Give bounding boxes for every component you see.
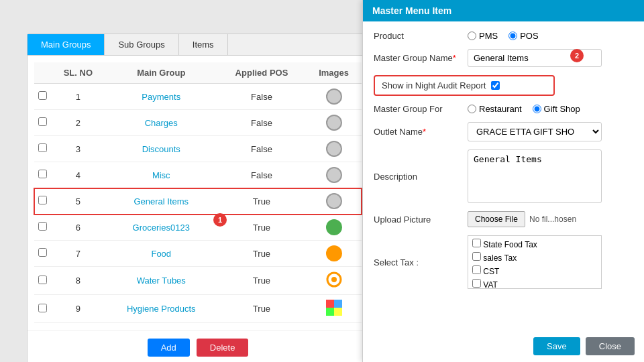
row-name[interactable]: Misc: [105, 162, 217, 188]
master-group-name-row: Master Group Name*: [374, 49, 633, 67]
row-checkbox[interactable]: [38, 196, 47, 204]
row-checkbox[interactable]: [38, 304, 47, 312]
table-row[interactable]: 1 Payments False: [34, 84, 362, 110]
description-textarea[interactable]: General Items: [468, 149, 602, 203]
col-main-group: Main Group: [105, 62, 217, 84]
row-checkbox[interactable]: [38, 117, 47, 126]
row-checkbox[interactable]: [38, 91, 47, 100]
row-image: [326, 88, 342, 105]
row-name[interactable]: Food: [105, 241, 217, 267]
main-groups-table: SL. NO Main Group Applied POS Images 1 P…: [34, 62, 362, 323]
svg-rect-2: [326, 300, 334, 308]
row-image: [326, 245, 342, 261]
col-sl-no: SL. NO: [51, 62, 105, 84]
description-label: Description: [374, 172, 468, 182]
select-tax-row: Select Tax : State Food Tax sales Tax CS…: [374, 235, 633, 289]
outlet-name-label: Outlet Name*: [374, 127, 468, 137]
row-name[interactable]: Charges: [105, 110, 217, 136]
upload-picture-row: Upload Picture Choose File No fil...hose…: [374, 211, 633, 227]
row-image: [326, 272, 342, 288]
master-group-name-label: Master Group Name*: [374, 53, 468, 63]
tax-option-vat[interactable]: VAT: [472, 279, 597, 289]
pos-radio[interactable]: [508, 32, 517, 40]
gift-shop-radio-label[interactable]: Gift Shop: [533, 104, 580, 114]
restaurant-radio[interactable]: [468, 105, 476, 113]
restaurant-radio-label[interactable]: Restaurant: [468, 104, 522, 114]
button-bar: Add Delete: [28, 330, 368, 362]
svg-rect-5: [334, 308, 342, 316]
night-audit-label[interactable]: Show in Night Audit Report: [382, 80, 500, 90]
left-panel: Main Groups Sub Groups Items SL. NO Main…: [27, 34, 369, 362]
delete-button[interactable]: Delete: [197, 339, 249, 357]
row-image: [326, 300, 342, 316]
save-button[interactable]: Save: [533, 337, 580, 355]
gift-shop-radio[interactable]: [533, 105, 541, 113]
select-tax-label: Select Tax :: [374, 257, 468, 267]
upload-picture-label: Upload Picture: [374, 215, 468, 225]
file-name-label: No fil...hosen: [529, 215, 576, 224]
master-group-for-radio-group: Restaurant Gift Shop: [468, 104, 580, 114]
pos-radio-label[interactable]: POS: [508, 31, 538, 41]
night-audit-checkbox[interactable]: [491, 81, 500, 90]
row-name[interactable]: Water Tubes: [105, 267, 217, 295]
master-group-for-label: Master Group For: [374, 104, 468, 114]
table-row[interactable]: 9 Hygiene Products True: [34, 295, 362, 323]
night-audit-row: Show in Night Audit Report: [374, 75, 633, 96]
row-image: [326, 219, 342, 235]
row-image: [326, 141, 342, 157]
table-row-selected[interactable]: 5 General Items True: [34, 188, 362, 215]
badge-1: 1: [213, 213, 227, 227]
table-row[interactable]: 3 Discounts False: [34, 136, 362, 162]
row-checkbox[interactable]: [38, 248, 47, 257]
row-image: [326, 167, 342, 183]
row-name[interactable]: General Items: [105, 188, 217, 215]
table-row[interactable]: 6 Groceries0123 True: [34, 215, 362, 241]
upload-controls: Choose File No fil...hosen: [468, 211, 576, 227]
svg-point-1: [331, 277, 337, 282]
row-checkbox[interactable]: [38, 170, 47, 178]
night-audit-box: Show in Night Audit Report: [374, 75, 555, 96]
close-button[interactable]: Close: [586, 337, 635, 355]
tax-option-sales[interactable]: sales Tax: [472, 252, 597, 263]
panel-body: Product PMS POS Master Group Name*: [363, 21, 644, 306]
row-name[interactable]: Groceries0123: [105, 215, 217, 241]
product-row: Product PMS POS: [374, 31, 633, 41]
pms-radio[interactable]: [468, 32, 476, 40]
product-label: Product: [374, 31, 468, 41]
svg-rect-3: [334, 300, 342, 308]
row-checkbox[interactable]: [38, 143, 47, 152]
col-images: Images: [306, 62, 362, 84]
outlet-name-select[interactable]: GRACE ETTA GIFT SHO: [468, 122, 602, 141]
description-row: Description General Items: [374, 149, 633, 203]
row-checkbox[interactable]: [38, 276, 47, 284]
tab-sub-groups[interactable]: Sub Groups: [105, 34, 178, 55]
table-row[interactable]: 2 Charges False: [34, 110, 362, 136]
table-container: SL. NO Main Group Applied POS Images 1 P…: [28, 56, 368, 330]
pms-radio-label[interactable]: PMS: [468, 31, 498, 41]
row-name[interactable]: Hygiene Products: [105, 295, 217, 323]
panel-title: Master Menu Item: [363, 0, 644, 21]
tab-bar: Main Groups Sub Groups Items: [28, 34, 368, 56]
row-checkbox[interactable]: [38, 222, 47, 231]
table-row[interactable]: 8 Water Tubes True: [34, 267, 362, 295]
row-image: [326, 115, 342, 131]
choose-file-button[interactable]: Choose File: [468, 211, 525, 227]
svg-rect-4: [326, 308, 334, 316]
master-group-for-row: Master Group For Restaurant Gift Shop: [374, 104, 633, 114]
badge-2: 2: [570, 49, 584, 62]
tax-option-cst[interactable]: CST: [472, 265, 597, 276]
product-radio-group: PMS POS: [468, 31, 539, 41]
tab-items[interactable]: Items: [179, 34, 228, 55]
add-button[interactable]: Add: [148, 339, 190, 357]
row-name[interactable]: Discounts: [105, 136, 217, 162]
col-applied-pos: Applied POS: [217, 62, 306, 84]
right-panel: Master Menu Item Product PMS POS Master …: [362, 0, 644, 362]
tax-option-state-food[interactable]: State Food Tax: [472, 239, 597, 249]
tax-checkbox-list[interactable]: State Food Tax sales Tax CST VAT: [468, 235, 602, 289]
row-image: [326, 193, 342, 209]
row-name[interactable]: Payments: [105, 84, 217, 110]
table-row[interactable]: 4 Misc False: [34, 162, 362, 188]
tab-main-groups[interactable]: Main Groups: [28, 34, 105, 55]
table-row[interactable]: 7 Food True: [34, 241, 362, 267]
outlet-name-row: Outlet Name* GRACE ETTA GIFT SHO: [374, 122, 633, 141]
